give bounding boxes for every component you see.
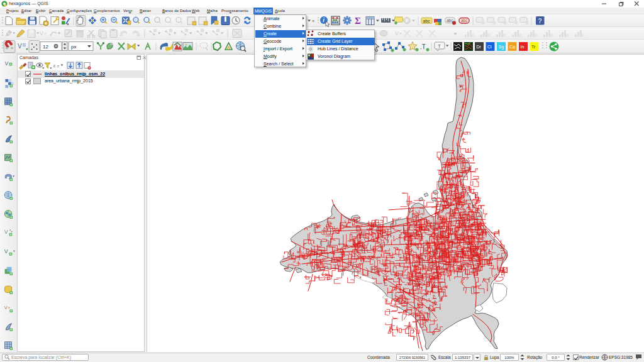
svg-text:V∘: V∘ (4, 305, 11, 310)
svg-text:V: V (5, 60, 9, 67)
svg-text:abc: abc (447, 18, 453, 23)
svg-text:?: ? (538, 18, 542, 25)
svg-text:ε: ε (53, 63, 56, 69)
svg-text:Ca: Ca (509, 45, 515, 49)
svg-text:Tr: Tr (531, 45, 536, 49)
svg-text:abc: abc (423, 19, 431, 23)
svg-text:V: V (18, 43, 22, 50)
svg-text:V: V (4, 248, 8, 255)
svg-text:Cl: Cl (487, 45, 492, 49)
svg-text:In: In (521, 45, 525, 49)
svg-text:V∘: V∘ (395, 30, 402, 36)
svg-text:a: a (67, 22, 69, 26)
svg-text:.T: .T (420, 43, 426, 50)
svg-text:Sg: Sg (499, 45, 504, 50)
svg-text:Σ: Σ (355, 16, 361, 26)
svg-text:V∘: V∘ (40, 30, 47, 36)
svg-text:px: px (71, 44, 76, 50)
svg-text:»: » (312, 18, 314, 24)
svg-text:T: T (438, 43, 441, 49)
svg-text:Dr: Dr (477, 45, 482, 49)
svg-text:12: 12 (43, 44, 48, 50)
svg-text:»: » (454, 31, 457, 36)
svg-text:abc: abc (461, 18, 468, 23)
svg-text:V: V (4, 229, 8, 235)
